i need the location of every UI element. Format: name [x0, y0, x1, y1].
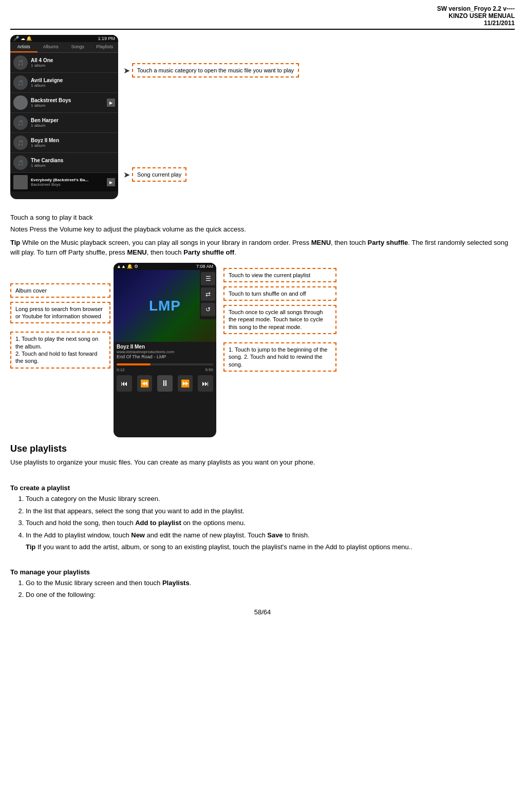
album-art-area: LMP ☰ ⇄ ↺	[114, 270, 216, 342]
list-item[interactable]: 🎵 The Cardians 1 album	[10, 153, 118, 173]
rewind-button[interactable]: ⏮	[117, 375, 132, 392]
section2-playback: Album cover Long press to search from br…	[10, 263, 515, 437]
artist-name-playback: Boyz II Men	[117, 344, 213, 350]
header-line3: 11/21/2011	[10, 20, 515, 27]
use-playlists-intro: Use playlists to organize your music fil…	[10, 457, 515, 468]
next-button[interactable]: ⏩	[178, 375, 193, 392]
section1-caption: Touch a song to play it back	[10, 214, 515, 221]
now-playing-play-button[interactable]: ▶	[107, 178, 115, 186]
list-item: Do one of the following:	[26, 590, 515, 600]
tab-albums[interactable]: Albums	[38, 42, 65, 52]
list-item: Touch a category on the Music library sc…	[26, 494, 515, 504]
page-footer: 58/64	[10, 608, 515, 616]
use-playlists-heading: Use playlists	[10, 443, 515, 454]
now-playing-artist: Backstreet Boys	[31, 182, 107, 187]
annotation-jump: 1. Touch to jump to the beginning of the…	[223, 342, 336, 372]
shuffle-button[interactable]: ⇄	[201, 287, 215, 301]
prev-button[interactable]: ⏪	[137, 375, 153, 392]
artist-avatar: 🎵	[13, 95, 28, 110]
playback-status-icons: ▲▲ 🔔 ⚙	[117, 264, 138, 269]
list-item[interactable]: 🎵 All 4 One 1 album	[10, 53, 118, 73]
artist-avatar: 🎵	[13, 115, 28, 130]
play-button[interactable]: ▶	[107, 99, 115, 107]
side-controls: ☰ ⇄ ↺	[200, 270, 216, 319]
progress-bar[interactable]	[117, 363, 213, 365]
annotation-album-cover: Album cover	[10, 283, 110, 298]
arrow-icon: ➤	[123, 66, 130, 75]
arrow-icon: ➤	[123, 170, 130, 180]
list-item: Go to the Music library screen and then …	[26, 578, 515, 588]
list-item[interactable]: 🎵 Backstreet Boys 1 album ▶	[10, 93, 118, 113]
playback-status-bar: ▲▲ 🔔 ⚙ 7:08 AM	[114, 263, 216, 270]
phone-tabs: Artists Albums Songs Playlists	[10, 42, 118, 53]
header-line1: SW version_Froyo 2.2 v----	[10, 5, 515, 12]
manage-playlists-heading: To manage your playlists	[10, 568, 515, 576]
artist-avatar: 🎵	[13, 136, 28, 150]
page-number: 58/64	[254, 608, 271, 616]
annotation-repeat: Touch once to cycle all songs through th…	[223, 305, 336, 334]
annotation-music-category: ➤ Touch a music category to open the mus…	[123, 63, 299, 78]
artist-info: The Cardians 1 album	[31, 158, 115, 168]
repeat-button[interactable]: ↺	[201, 303, 215, 316]
annotation-long-press: Long press to search from browser or You…	[10, 302, 110, 324]
tab-playlists[interactable]: Playlists	[91, 42, 119, 52]
create-playlist-heading: To create a playlist	[10, 484, 515, 492]
list-item: Touch and hold the song, then touch Add …	[26, 518, 515, 528]
song-info: Boyz II Men www.lomaximoproductions.com …	[114, 342, 216, 361]
annotation-view-playlist: Touch to view the current playlist	[223, 268, 336, 282]
annotation-box-song-current: Song current play	[132, 167, 186, 182]
fast-forward-button[interactable]: ⏭	[198, 375, 213, 392]
section1-music-library: 🎤 ☁ 🔔 1:19 PM Artists Albums Songs Playl…	[10, 35, 515, 209]
create-playlist-steps: Touch a category on the Music library sc…	[10, 494, 515, 540]
phone-mockup-library: 🎤 ☁ 🔔 1:19 PM Artists Albums Songs Playl…	[10, 35, 118, 199]
page-header: SW version_Froyo 2.2 v---- KINZO USER ME…	[10, 5, 515, 30]
right-annotations: Touch to view the current playlist Touch…	[223, 263, 336, 372]
tab-songs[interactable]: Songs	[64, 42, 91, 52]
left-annotations: Album cover Long press to search from br…	[10, 263, 110, 369]
time-total: 5:50	[205, 368, 213, 372]
annotation-song-current: ➤ Song current play	[123, 167, 186, 182]
song-website: www.lomaximoproductions.com	[117, 350, 213, 354]
artist-info: All 4 One 1 album	[31, 57, 115, 68]
notes-paragraph: Notes Press the Volume key to adjust the…	[10, 224, 515, 235]
tab-artists[interactable]: Artists	[10, 42, 38, 52]
album-thumbnail	[13, 175, 28, 189]
list-item: In the Add to playlist window, touch New…	[26, 530, 515, 540]
now-playing-info: Everybody (Backstreet's Ba... Backstreet…	[31, 178, 107, 187]
artist-info: Backstreet Boys 1 album	[31, 98, 107, 108]
status-time: 1:19 PM	[98, 36, 115, 41]
artist-info: Avril Lavigne 1 album	[31, 78, 115, 88]
artist-info: Boyz II Men 1 album	[31, 138, 115, 148]
artist-avatar: 🎵	[13, 75, 28, 90]
phone-playback-mockup: ▲▲ 🔔 ⚙ 7:08 AM LMP ☰ ⇄ ↺ Boyz II Men www…	[114, 263, 216, 437]
artist-avatar: 🎵	[13, 55, 28, 70]
phone-status-bar: 🎤 ☁ 🔔 1:19 PM	[10, 35, 118, 42]
artist-avatar: 🎵	[13, 156, 28, 170]
progress-fill	[117, 363, 151, 365]
annotation-shuffle: Touch to turn shuffle on and off	[223, 286, 336, 301]
header-line2: KINZO USER MENUAL	[10, 12, 515, 20]
time-current: 0:12	[117, 368, 125, 372]
playback-time: 7:08 AM	[196, 264, 213, 269]
play-pause-button[interactable]: ⏸	[157, 375, 173, 392]
tip-paragraph: Tip While on the Music playback screen, …	[10, 238, 515, 258]
now-playing-title: Everybody (Backstreet's Ba...	[31, 178, 107, 182]
artist-info: Ben Harper 1 album	[31, 118, 115, 128]
list-item[interactable]: 🎵 Avril Lavigne 1 album	[10, 73, 118, 93]
song-name: End Of The Road - LMP	[117, 354, 213, 359]
annotation-next-song: 1. Touch to play the next song on the al…	[10, 332, 110, 368]
list-item[interactable]: 🎵 Boyz II Men 1 album	[10, 133, 118, 153]
status-icons: 🎤 ☁ 🔔	[13, 36, 32, 41]
list-item[interactable]: 🎵 Ben Harper 1 album	[10, 113, 118, 133]
tip-create-playlist: Tip If you want to add the artist, album…	[26, 542, 515, 552]
time-row: 0:12 5:50	[114, 368, 216, 372]
manage-playlist-steps: Go to the Music library screen and then …	[10, 578, 515, 600]
transport-controls: ⏮ ⏪ ⏸ ⏩ ⏭	[114, 372, 216, 395]
list-item: In the list that appears, select the son…	[26, 506, 515, 516]
playlist-button[interactable]: ☰	[201, 272, 215, 285]
annotation-box-music-category: Touch a music category to open the music…	[132, 63, 299, 78]
now-playing-bar: Everybody (Backstreet's Ba... Backstreet…	[10, 173, 118, 191]
